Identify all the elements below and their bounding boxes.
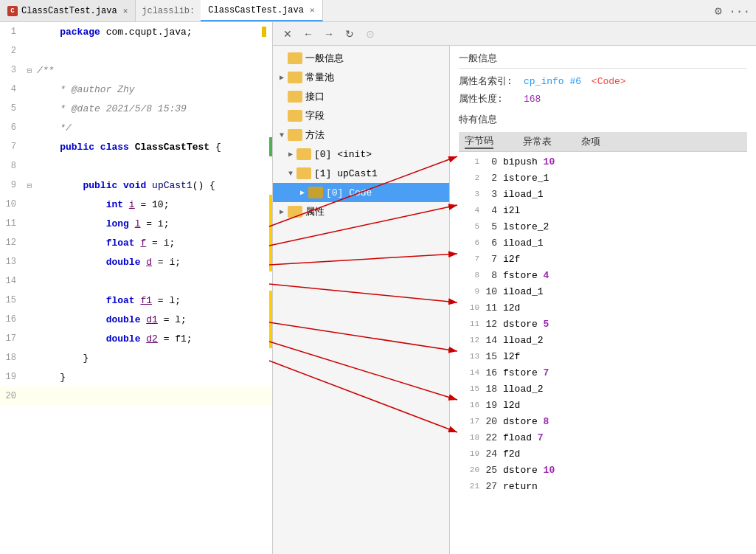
toolbar-browser-btn[interactable]: ⊙ (361, 25, 379, 43)
tree-folder-init (296, 148, 311, 160)
tab-right-label: ClassCastTest.java (208, 5, 304, 15)
bc-linenum-16: 17 (462, 417, 482, 426)
toolbar-refresh-btn[interactable]: ↻ (341, 25, 358, 43)
info-panel: 一般信息 属性名索引: cp_info #6 <Code> 属性长度: 168 … (450, 46, 756, 554)
tab-right-close[interactable]: ✕ (310, 5, 315, 15)
toolbar-close-btn[interactable]: ✕ (279, 25, 296, 43)
bytecode-tab-bytecode[interactable]: 字节码 (465, 134, 493, 149)
code-line-12: 12 float f = i; (0, 233, 272, 252)
code-line-6: 6 */ (0, 118, 272, 137)
window-controls: ⚙ ··· (715, 4, 750, 18)
code-text-13: double d = i; (37, 257, 266, 268)
tree-label-code: [0] Code (326, 187, 372, 198)
line-num-18: 18 (0, 353, 22, 363)
bc-linenum-4: 5 (462, 222, 482, 231)
bc-offset-2: 3 (482, 189, 503, 200)
bc-linenum-1: 2 (462, 173, 482, 182)
bc-row-10: 11 12 dstore 5 (459, 316, 747, 332)
bc-offset-11: 14 (482, 335, 503, 346)
info-row-attrlen: 属性长度: 168 (459, 92, 747, 105)
line-num-20: 20 (0, 391, 22, 401)
bc-linenum-6: 7 (462, 255, 482, 263)
code-line-20: 20 (0, 387, 272, 406)
tree-folder-fields (288, 110, 302, 122)
change-mark-13 (269, 252, 272, 271)
code-text-15: float f1 = l; (37, 295, 266, 306)
line-num-16: 16 (0, 314, 22, 325)
bc-instr-3: i2l (503, 205, 744, 216)
bc-instr-4: lstore_2 (503, 221, 744, 232)
line-num-1: 1 (0, 27, 22, 37)
info-link-cpinfo[interactable]: cp_info #6 (524, 76, 581, 87)
bc-offset-10: 12 (482, 319, 503, 330)
code-line-16: 16 double d1 = l; (0, 310, 272, 329)
tree-item-upcast1[interactable]: ▼ [1] upCast1 (273, 164, 449, 183)
info-label-attrlen: 属性长度: (459, 92, 518, 105)
info-section1-title: 一般信息 (459, 52, 747, 69)
line-num-7: 7 (0, 142, 22, 152)
bc-linenum-8: 9 (462, 287, 482, 296)
tree-arrow-methods: ▼ (276, 129, 288, 141)
gutter-3: ⊟ (22, 66, 37, 75)
code-text-3: /** (37, 65, 266, 76)
code-line-17: 17 double d2 = f1; (0, 329, 272, 348)
tree-label-init: [0] <init> (314, 149, 372, 160)
change-mark-17 (269, 329, 272, 348)
bc-offset-7: 8 (482, 270, 503, 281)
code-text-19: } (37, 372, 266, 383)
tab-left[interactable]: C ClassCastTest.java ✕ (0, 0, 136, 21)
bc-row-18: 19 24 f2d (459, 446, 747, 462)
toolbar-forward-btn[interactable]: → (320, 25, 338, 43)
bc-offset-0: 0 (482, 156, 503, 167)
code-line-4: 4 * @author Zhy (0, 80, 272, 99)
tree-item-attrs[interactable]: ▶ 属性 (273, 202, 449, 221)
tree-item-general[interactable]: 一般信息 (273, 49, 449, 68)
code-line-10: 10 int i = 10; (0, 195, 272, 214)
bc-row-14: 15 18 lload_2 (459, 381, 747, 397)
tree-item-code[interactable]: ▶ [0] Code (273, 183, 449, 202)
main-wrapper: 1 package com.cqupt.java; 2 3 ⊟ /** 4 (0, 22, 756, 554)
bc-offset-1: 2 (482, 173, 503, 184)
bc-row-15: 16 19 l2d (459, 397, 747, 413)
bytecode-tab-exceptions[interactable]: 异常表 (523, 135, 552, 148)
line-num-17: 17 (0, 333, 22, 344)
code-text-6: */ (37, 122, 266, 134)
tab-right[interactable]: ClassCastTest.java ✕ (201, 0, 322, 21)
bc-row-8: 9 10 iload_1 (459, 283, 747, 299)
bc-instr-8: iload_1 (503, 286, 744, 297)
bc-linenum-3: 4 (462, 206, 482, 215)
tab-left-close[interactable]: ✕ (123, 6, 128, 15)
bc-offset-15: 19 (482, 400, 503, 411)
tree-label-general: 一般信息 (305, 52, 344, 65)
tree-item-fields[interactable]: 字段 (273, 106, 449, 125)
code-text-1: package com.cqupt.java; (37, 27, 262, 38)
tree-arrow-init: ▶ (285, 148, 296, 160)
bytecode-tab-misc[interactable]: 杂项 (581, 135, 600, 148)
tree-item-methods[interactable]: ▼ 方法 (273, 125, 449, 145)
bc-row-12: 13 15 l2f (459, 348, 747, 364)
tree-item-interface[interactable]: 接口 (273, 87, 449, 106)
bc-row-11: 12 14 lload_2 (459, 332, 747, 348)
line-num-19: 19 (0, 372, 22, 382)
tree-arrow-attrs: ▶ (276, 206, 288, 218)
change-mark-16 (269, 310, 272, 329)
code-text-7: public class ClassCastTest { (37, 142, 266, 153)
bc-instr-0: bipush 10 (503, 156, 744, 167)
code-line-5: 5 * @date 2021/5/8 15:39 (0, 99, 272, 118)
bc-instr-16: dstore 8 (503, 416, 744, 427)
bc-instr-14: lload_2 (503, 384, 744, 395)
toolbar-back-btn[interactable]: ← (299, 25, 317, 43)
line-num-10: 10 (0, 199, 22, 210)
bc-row-5: 6 6 iload_1 (459, 235, 747, 251)
tree-folder-code (308, 187, 323, 198)
bytecode-list: 1 0 bipush 10 2 2 istore_1 3 3 iload_1 (459, 153, 747, 494)
change-mark-12 (269, 233, 272, 252)
bc-row-9: 10 11 i2d (459, 299, 747, 316)
tree-item-constpool[interactable]: ▶ 常量池 (273, 68, 449, 87)
code-text-9: public void upCast1() { (37, 180, 266, 191)
code-editor: 1 package com.cqupt.java; 2 3 ⊟ /** 4 (0, 22, 273, 554)
bc-instr-9: i2d (503, 302, 744, 314)
tree-item-init[interactable]: ▶ [0] <init> (273, 145, 449, 164)
tab-left-icon: C (7, 6, 18, 16)
change-mark-10 (269, 195, 272, 214)
